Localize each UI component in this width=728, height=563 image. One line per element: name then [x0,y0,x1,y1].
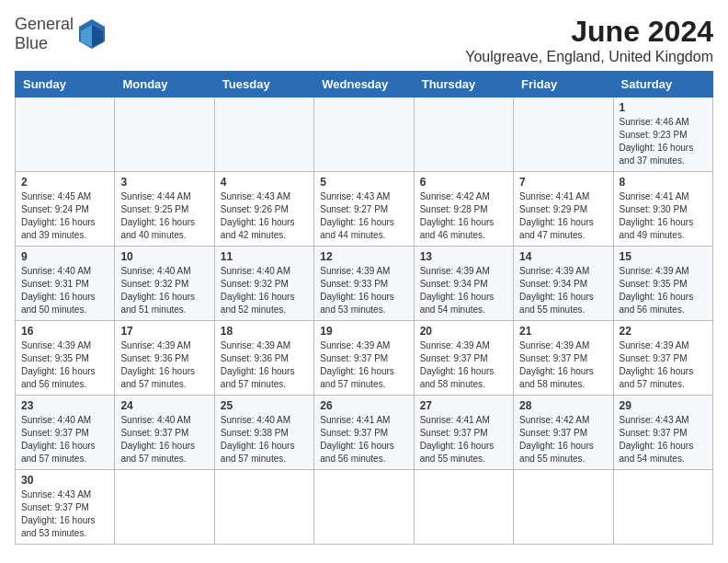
calendar-cell: 8Sunrise: 4:41 AM Sunset: 9:30 PM Daylig… [613,172,712,247]
logo: General Blue [15,15,107,53]
calendar-cell: 9Sunrise: 4:40 AM Sunset: 9:31 PM Daylig… [16,247,115,321]
day-number: 27 [420,399,507,412]
day-number: 18 [221,325,308,338]
day-number: 13 [420,250,507,263]
day-number: 6 [420,176,507,189]
day-info: Sunrise: 4:40 AM Sunset: 9:32 PM Dayligh… [120,265,208,316]
day-info: Sunrise: 4:39 AM Sunset: 9:37 PM Dayligh… [519,339,607,391]
calendar-cell: 29Sunrise: 4:43 AM Sunset: 9:37 PM Dayli… [613,396,712,470]
title-block: June 2024 Youlgreave, England, United Ki… [465,15,713,65]
calendar-cell [214,470,313,545]
day-number: 14 [519,250,607,263]
calendar-week-row: 2Sunrise: 4:45 AM Sunset: 9:24 PM Daylig… [16,172,713,247]
day-info: Sunrise: 4:41 AM Sunset: 9:29 PM Dayligh… [519,190,607,242]
calendar-cell [115,98,214,172]
page-header: General Blue June 2024 Youlgreave, Engla… [15,15,713,65]
day-info: Sunrise: 4:39 AM Sunset: 9:36 PM Dayligh… [120,339,208,391]
day-number: 30 [21,474,108,487]
calendar-cell: 16Sunrise: 4:39 AM Sunset: 9:35 PM Dayli… [16,321,115,396]
day-number: 22 [620,325,707,338]
calendar-cell [16,98,115,172]
day-header-sunday: Sunday [16,72,115,98]
day-info: Sunrise: 4:41 AM Sunset: 9:30 PM Dayligh… [620,190,707,242]
location-text: Youlgreave, England, United Kingdom [465,49,713,65]
day-info: Sunrise: 4:40 AM Sunset: 9:38 PM Dayligh… [221,414,308,465]
day-number: 2 [21,176,108,189]
day-info: Sunrise: 4:45 AM Sunset: 9:24 PM Dayligh… [21,190,108,242]
calendar-cell [214,98,313,172]
calendar-cell: 6Sunrise: 4:42 AM Sunset: 9:28 PM Daylig… [414,172,513,247]
calendar-cell: 7Sunrise: 4:41 AM Sunset: 9:29 PM Daylig… [514,172,613,247]
calendar-cell: 26Sunrise: 4:41 AM Sunset: 9:37 PM Dayli… [314,396,414,470]
calendar-cell [514,98,613,172]
day-header-tuesday: Tuesday [214,72,313,98]
logo-text-blue: Blue [15,34,48,53]
day-info: Sunrise: 4:41 AM Sunset: 9:37 PM Dayligh… [320,414,407,465]
day-info: Sunrise: 4:39 AM Sunset: 9:34 PM Dayligh… [519,265,607,316]
calendar-cell: 24Sunrise: 4:40 AM Sunset: 9:37 PM Dayli… [115,396,214,470]
day-header-thursday: Thursday [414,72,513,98]
calendar-cell: 1Sunrise: 4:46 AM Sunset: 9:23 PM Daylig… [613,98,712,172]
calendar-cell [414,470,513,545]
day-info: Sunrise: 4:41 AM Sunset: 9:37 PM Dayligh… [420,414,507,465]
day-info: Sunrise: 4:43 AM Sunset: 9:37 PM Dayligh… [620,414,707,465]
calendar-cell: 4Sunrise: 4:43 AM Sunset: 9:26 PM Daylig… [214,172,313,247]
day-number: 7 [519,176,607,189]
calendar-cell: 10Sunrise: 4:40 AM Sunset: 9:32 PM Dayli… [115,247,214,321]
calendar-cell: 30Sunrise: 4:43 AM Sunset: 9:37 PM Dayli… [16,470,115,545]
calendar-cell: 28Sunrise: 4:42 AM Sunset: 9:37 PM Dayli… [514,396,613,470]
day-number: 9 [21,250,108,263]
calendar-cell: 25Sunrise: 4:40 AM Sunset: 9:38 PM Dayli… [214,396,313,470]
day-header-saturday: Saturday [613,72,712,98]
day-number: 17 [120,325,208,338]
day-header-friday: Friday [514,72,613,98]
day-info: Sunrise: 4:39 AM Sunset: 9:36 PM Dayligh… [221,339,308,391]
day-info: Sunrise: 4:43 AM Sunset: 9:27 PM Dayligh… [320,190,407,242]
calendar-cell: 21Sunrise: 4:39 AM Sunset: 9:37 PM Dayli… [514,321,613,396]
calendar-cell: 14Sunrise: 4:39 AM Sunset: 9:34 PM Dayli… [514,247,613,321]
day-number: 12 [320,250,407,263]
calendar-cell: 5Sunrise: 4:43 AM Sunset: 9:27 PM Daylig… [314,172,414,247]
day-info: Sunrise: 4:42 AM Sunset: 9:28 PM Dayligh… [420,190,507,242]
day-info: Sunrise: 4:43 AM Sunset: 9:26 PM Dayligh… [221,190,308,242]
calendar-week-row: 30Sunrise: 4:43 AM Sunset: 9:37 PM Dayli… [16,470,713,545]
calendar-week-row: 9Sunrise: 4:40 AM Sunset: 9:31 PM Daylig… [16,247,713,321]
day-info: Sunrise: 4:39 AM Sunset: 9:37 PM Dayligh… [420,339,507,391]
day-header-wednesday: Wednesday [314,72,414,98]
day-info: Sunrise: 4:39 AM Sunset: 9:37 PM Dayligh… [620,339,707,391]
calendar-cell: 19Sunrise: 4:39 AM Sunset: 9:37 PM Dayli… [314,321,414,396]
day-info: Sunrise: 4:46 AM Sunset: 9:23 PM Dayligh… [620,116,707,167]
day-number: 1 [620,101,707,114]
calendar-cell: 17Sunrise: 4:39 AM Sunset: 9:36 PM Dayli… [115,321,214,396]
day-number: 29 [620,399,707,412]
day-info: Sunrise: 4:44 AM Sunset: 9:25 PM Dayligh… [120,190,208,242]
calendar-week-row: 16Sunrise: 4:39 AM Sunset: 9:35 PM Dayli… [16,321,713,396]
day-info: Sunrise: 4:42 AM Sunset: 9:37 PM Dayligh… [519,414,607,465]
calendar-cell [314,98,414,172]
day-number: 23 [21,399,108,412]
day-number: 24 [120,399,208,412]
day-info: Sunrise: 4:43 AM Sunset: 9:37 PM Dayligh… [21,488,108,540]
day-number: 26 [320,399,407,412]
day-number: 16 [21,325,108,338]
day-info: Sunrise: 4:39 AM Sunset: 9:34 PM Dayligh… [420,265,507,316]
day-number: 20 [420,325,507,338]
day-info: Sunrise: 4:40 AM Sunset: 9:37 PM Dayligh… [120,414,208,465]
day-info: Sunrise: 4:39 AM Sunset: 9:33 PM Dayligh… [320,265,407,316]
calendar-cell: 15Sunrise: 4:39 AM Sunset: 9:35 PM Dayli… [613,247,712,321]
calendar-cell: 20Sunrise: 4:39 AM Sunset: 9:37 PM Dayli… [414,321,513,396]
day-number: 28 [519,399,607,412]
day-info: Sunrise: 4:39 AM Sunset: 9:35 PM Dayligh… [21,339,108,391]
calendar-cell [514,470,613,545]
day-info: Sunrise: 4:40 AM Sunset: 9:32 PM Dayligh… [221,265,308,316]
day-number: 11 [221,250,308,263]
day-number: 10 [120,250,208,263]
day-info: Sunrise: 4:40 AM Sunset: 9:31 PM Dayligh… [21,265,108,316]
day-number: 15 [620,250,707,263]
calendar-cell: 2Sunrise: 4:45 AM Sunset: 9:24 PM Daylig… [16,172,115,247]
logo-text-general: General [15,15,74,34]
calendar-cell [115,470,214,545]
calendar-cell [414,98,513,172]
calendar-cell: 23Sunrise: 4:40 AM Sunset: 9:37 PM Dayli… [16,396,115,470]
calendar-cell: 22Sunrise: 4:39 AM Sunset: 9:37 PM Dayli… [613,321,712,396]
